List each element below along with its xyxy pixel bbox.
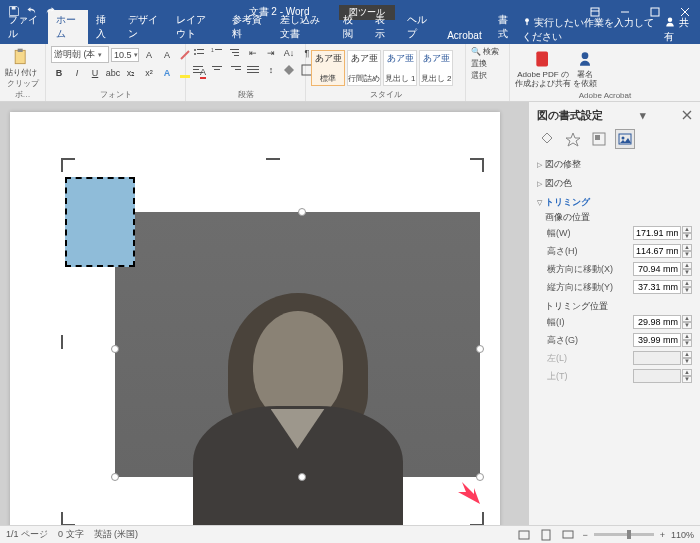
italic-icon[interactable]: I	[69, 66, 85, 80]
pane-close-icon[interactable]	[682, 110, 692, 122]
style-normal[interactable]: あア亜標準	[311, 50, 345, 86]
view-print-icon[interactable]	[538, 528, 554, 542]
sort-icon[interactable]: A↓	[281, 46, 297, 60]
group-adobe-label: Adobe Acrobat	[515, 91, 695, 101]
text-effects-icon[interactable]: A	[159, 66, 175, 80]
share-button[interactable]: 共有	[664, 16, 692, 44]
bold-icon[interactable]: B	[51, 66, 67, 80]
resize-handle-bl[interactable]	[111, 473, 119, 481]
zoom-slider[interactable]	[594, 533, 654, 536]
font-face-combo[interactable]: 游明朝 (本	[51, 46, 109, 63]
input-width[interactable]	[633, 226, 681, 240]
input-height[interactable]	[633, 244, 681, 258]
justify-icon[interactable]	[245, 63, 261, 77]
spin-down[interactable]: ▼	[682, 233, 692, 240]
pane-tab-fill-icon[interactable]	[537, 129, 557, 149]
crop-handle-tr[interactable]	[470, 158, 484, 172]
tab-view[interactable]: 表示	[367, 10, 399, 44]
status-words[interactable]: 0 文字	[58, 528, 84, 541]
inc-indent-icon[interactable]: ⇥	[263, 46, 279, 60]
pane-tab-picture-icon[interactable]	[615, 129, 635, 149]
resize-handle-l[interactable]	[111, 345, 119, 353]
group-clipboard-label: クリップボ…	[5, 78, 40, 101]
tab-layout[interactable]: レイアウト	[168, 10, 224, 44]
tab-help[interactable]: ヘルプ	[399, 10, 439, 44]
view-web-icon[interactable]	[560, 528, 576, 542]
redo-icon[interactable]	[44, 5, 56, 19]
crop-handle-br[interactable]	[470, 512, 484, 525]
section-shadow[interactable]: ▷図の修整	[537, 158, 692, 171]
resize-handle-r[interactable]	[476, 345, 484, 353]
style-heading1[interactable]: あア亜見出し 1	[383, 50, 417, 86]
view-read-icon[interactable]	[516, 528, 532, 542]
svg-rect-27	[247, 72, 259, 73]
pane-tab-effects-icon[interactable]	[563, 129, 583, 149]
crop-handle-lm[interactable]	[61, 335, 75, 349]
status-page[interactable]: 1/1 ページ	[6, 528, 48, 541]
input-cwidth[interactable]	[633, 315, 681, 329]
tab-references[interactable]: 参考資料	[224, 10, 272, 44]
crop-handle-tm[interactable]	[266, 158, 280, 172]
align-left-icon[interactable]	[191, 63, 207, 77]
strike-icon[interactable]: abc	[105, 66, 121, 80]
tab-acrobat[interactable]: Acrobat	[439, 27, 489, 44]
adobe-create-button[interactable]: Adobe PDF の 作成および共有	[515, 49, 571, 89]
input-offx[interactable]	[633, 262, 681, 276]
numbering-icon[interactable]: 1	[209, 46, 225, 60]
replace-button[interactable]: 置換	[471, 58, 487, 69]
tab-format[interactable]: 書式	[490, 10, 522, 44]
line-spacing-icon[interactable]: ↕	[263, 63, 279, 77]
section-color[interactable]: ▷図の色	[537, 177, 692, 190]
input-offy[interactable]	[633, 280, 681, 294]
shading-icon[interactable]	[281, 63, 297, 77]
zoom-in-icon[interactable]: +	[660, 530, 665, 540]
resize-handle-t[interactable]	[298, 208, 306, 216]
bullets-icon[interactable]	[191, 46, 207, 60]
crop-handle-bl[interactable]	[61, 512, 75, 525]
tab-mailings[interactable]: 差し込み文書	[272, 10, 336, 44]
crop-handle-tl[interactable]	[61, 158, 75, 172]
zoom-out-icon[interactable]: −	[582, 530, 587, 540]
dec-indent-icon[interactable]: ⇤	[245, 46, 261, 60]
picture-selection[interactable]	[65, 162, 480, 522]
paste-label: 貼り付け	[5, 69, 37, 78]
undo-icon[interactable]	[26, 5, 38, 19]
style-nospacing[interactable]: あア亜行間詰め	[347, 50, 381, 86]
grow-font-icon[interactable]: A	[141, 48, 157, 62]
pane-dropdown-icon[interactable]: ▾	[640, 109, 646, 122]
select-button[interactable]: 選択	[471, 70, 487, 81]
find-button[interactable]: 🔍 検索	[471, 46, 499, 57]
paste-button[interactable]: 貼り付け	[5, 47, 37, 78]
resize-handle-b[interactable]	[298, 473, 306, 481]
adobe-sign-button[interactable]: 署名 を依頼	[573, 49, 597, 89]
picture[interactable]	[115, 212, 480, 477]
superscript-icon[interactable]: x²	[141, 66, 157, 80]
font-size-combo[interactable]: 10.5	[111, 48, 139, 62]
group-paragraph-label: 段落	[191, 89, 300, 101]
svg-rect-15	[230, 49, 239, 50]
crop-region[interactable]	[65, 177, 135, 267]
subscript-icon[interactable]: x₂	[123, 66, 139, 80]
pane-tab-layout-icon[interactable]	[589, 129, 609, 149]
tab-insert[interactable]: 挿入	[88, 10, 120, 44]
shrink-font-icon[interactable]: A	[159, 48, 175, 62]
align-center-icon[interactable]	[209, 63, 225, 77]
multilevel-icon[interactable]	[227, 46, 243, 60]
spin-up[interactable]: ▲	[682, 226, 692, 233]
workspace: 図の書式設定 ▾ ▷図の修整 ▷図の色 ▽トリミング 画像の位置 幅(W)▲▼ …	[0, 102, 700, 525]
align-right-icon[interactable]	[227, 63, 243, 77]
section-crop[interactable]: ▽トリミング	[537, 196, 692, 209]
ribbon: 貼り付け クリップボ… 游明朝 (本 10.5 A A B I U abc x₂…	[0, 44, 700, 102]
svg-point-3	[525, 18, 529, 22]
tab-review[interactable]: 校閲	[335, 10, 367, 44]
zoom-value[interactable]: 110%	[671, 530, 694, 540]
input-cheight[interactable]	[633, 333, 681, 347]
tell-me[interactable]: 実行したい作業を入力してください	[522, 16, 659, 44]
status-lang[interactable]: 英語 (米国)	[94, 528, 139, 541]
lbl-top: 上(T)	[547, 370, 568, 383]
style-heading2[interactable]: あア亜見出し 2	[419, 50, 453, 86]
underline-icon[interactable]: U	[87, 66, 103, 80]
save-icon[interactable]	[8, 5, 20, 19]
document-canvas[interactable]	[0, 102, 528, 525]
tab-design[interactable]: デザイン	[120, 10, 168, 44]
